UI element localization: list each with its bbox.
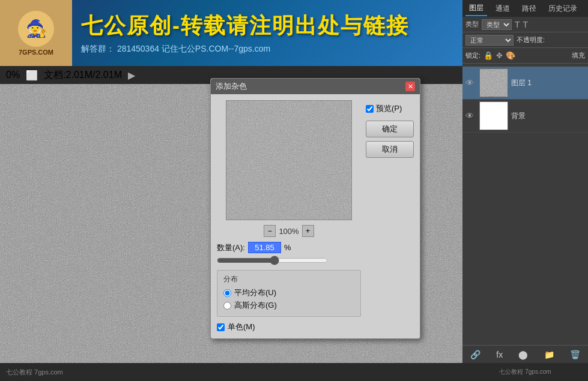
amount-row: 数量(A): %: [217, 242, 361, 253]
toolbar-doc: 文档:2.01M/2.01M: [44, 69, 122, 82]
bottom-logo: 七公教程 7gps.com: [6, 368, 63, 377]
dialog-titlebar: 添加杂色 ✕: [211, 79, 420, 94]
dialog-body: − 100% + 数量(A): % 分布 平均分布(U): [211, 94, 420, 338]
uniform-label: 平均分布(U): [234, 287, 276, 298]
monochrome-checkbox[interactable]: [217, 323, 225, 331]
amount-percent: %: [284, 243, 291, 252]
move-icon: ✥: [496, 51, 503, 60]
layer-item[interactable]: 👁 背景: [462, 100, 588, 133]
opacity-label: 不透明度:: [517, 35, 545, 44]
distribution-title: 分布: [223, 274, 354, 284]
lock-row: 锁定: 🔒 ✥ 🎨 填充: [462, 48, 588, 64]
layers-list: 👁 图层 1 👁 背景: [462, 64, 588, 136]
distribution-group: 分布 平均分布(U) 高斯分布(G): [217, 270, 361, 317]
type-label: 类型: [465, 20, 479, 29]
layer-name: 背景: [511, 111, 585, 121]
dialog-left: − 100% + 数量(A): % 分布 平均分布(U): [217, 100, 361, 332]
bottom-bar: 七公教程 7gps.com: [0, 363, 462, 381]
amount-label: 数量(A):: [217, 242, 245, 253]
lock-label: 锁定:: [465, 51, 480, 60]
panel-footer: 七公教程 7gps.com: [462, 363, 588, 381]
add-noise-dialog: 添加杂色 ✕ − 100% + 数量(A): %: [210, 78, 420, 339]
right-panel: 图层 通道 路径 历史记录 类型 类型 T T 正常 不透明度: 锁定: 🔒 ✥…: [462, 0, 588, 381]
fx-button[interactable]: fx: [493, 349, 506, 361]
gaussian-radio-row: 高斯分布(G): [223, 300, 354, 311]
logo-figure: 🧙: [18, 11, 54, 47]
header-subtitle: 解答群： 281450364 记住七公PS.COM--7gps.com: [81, 44, 453, 55]
trash-button[interactable]: 🗑️: [567, 349, 583, 361]
logo-emoji: 🧙: [26, 19, 47, 38]
panel-options: 类型 类型 T T: [462, 17, 588, 32]
layer-visibility-icon[interactable]: 👁: [465, 111, 476, 121]
panel-footer-logo: 七公教程 7gps.com: [499, 368, 551, 376]
preview-check-row: 预览(P): [366, 103, 414, 114]
blend-row: 正常 不透明度:: [462, 32, 588, 48]
tab-paths[interactable]: 路径: [518, 2, 540, 16]
ok-button[interactable]: 确定: [366, 121, 414, 137]
header-banner: 🧙 7GPS.COM 七公原创-转载请注明出处与链接 解答群： 28145036…: [0, 0, 462, 66]
dialog-close-button[interactable]: ✕: [405, 82, 415, 91]
monochrome-row: 单色(M): [217, 322, 361, 332]
link-button[interactable]: 🔗: [467, 349, 483, 361]
layer-visibility-icon[interactable]: 👁: [465, 78, 476, 88]
header-title: 七公原创-转载请注明出处与链接: [81, 11, 453, 41]
dialog-content: − 100% + 数量(A): % 分布 平均分布(U): [217, 100, 414, 332]
dialog-preview: [226, 100, 352, 220]
preview-checkbox[interactable]: [366, 105, 374, 113]
dialog-zoom: − 100% +: [217, 225, 361, 237]
header-text: 七公原创-转载请注明出处与链接 解答群： 281450364 记住七公PS.CO…: [72, 5, 462, 61]
layer-name: 图层 1: [511, 78, 585, 88]
monochrome-label: 单色(M): [228, 322, 255, 332]
layer-type-select[interactable]: 类型: [482, 19, 512, 30]
toolbar-percent: 0%: [6, 70, 20, 80]
cancel-button[interactable]: 取消: [366, 141, 414, 158]
fill-label: 填充: [572, 51, 585, 60]
dialog-right-buttons: 预览(P) 确定 取消: [366, 100, 414, 332]
dialog-title: 添加杂色: [216, 81, 247, 92]
toolbar-arrow: ▶: [128, 70, 135, 81]
layer-thumbnail: [479, 68, 508, 97]
lock-icon: 🔒: [483, 51, 493, 60]
uniform-radio[interactable]: [223, 289, 231, 297]
adjustment-button[interactable]: ⬤: [515, 349, 531, 361]
gaussian-label: 高斯分布(G): [234, 300, 277, 311]
gaussian-radio[interactable]: [223, 302, 231, 310]
zoom-in-button[interactable]: +: [302, 225, 314, 237]
toolbar-icon: ⬜: [26, 70, 38, 81]
tab-layers[interactable]: 图层: [465, 1, 487, 16]
blend-mode-select[interactable]: 正常: [465, 35, 514, 46]
paint-icon: 🎨: [506, 51, 515, 60]
panel-bottom-buttons: 🔗 fx ⬤ 📁 🗑️: [462, 345, 588, 363]
logo-text: 7GPS.COM: [19, 49, 53, 56]
tab-history[interactable]: 历史记录: [545, 2, 581, 16]
filter-icon-t: T: [515, 20, 520, 29]
filter-icon-t2: T: [523, 20, 529, 29]
amount-input[interactable]: [248, 242, 281, 253]
layer-thumbnail: [479, 101, 508, 130]
uniform-radio-row: 平均分布(U): [223, 287, 354, 298]
folder-button[interactable]: 📁: [541, 349, 557, 361]
zoom-out-button[interactable]: −: [264, 225, 276, 237]
header-logo: 🧙 7GPS.COM: [0, 0, 72, 66]
zoom-value: 100%: [279, 227, 299, 236]
amount-slider[interactable]: [217, 256, 328, 265]
preview-label: 预览(P): [376, 103, 402, 114]
tab-channels[interactable]: 通道: [492, 2, 514, 16]
layer-item[interactable]: 👁 图层 1: [462, 67, 588, 100]
panel-tabs: 图层 通道 路径 历史记录: [462, 0, 588, 17]
